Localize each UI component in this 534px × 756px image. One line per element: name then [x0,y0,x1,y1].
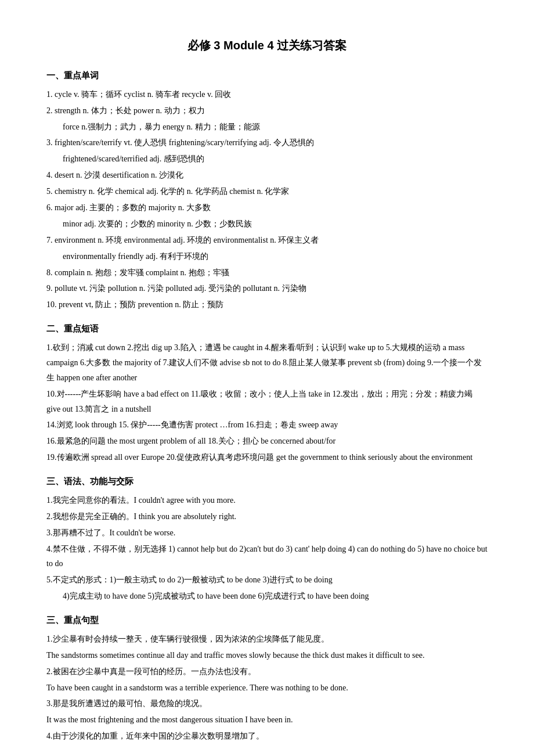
section-1-heading: 一、重点单词 [46,67,488,84]
section-3-lines: 1.我完全同意你的看法。I couldn't agree with you mo… [46,493,488,628]
content-block: 一、重点单词 1. cycle v. 骑车；循环 cyclist n. 骑车者 … [46,67,488,744]
line-4-7: 4.由于沙漠化的加重，近年来中国的沙尘暴次数明显增加了。 [46,729,488,744]
line-1-11: environmentally friendly adj. 有利于环境的 [46,249,488,264]
section-2: 二、重点短语 1.砍到；消减 cut down 2.挖出 dig up 3.陷入… [46,321,488,465]
line-2-1: 1.砍到；消减 cut down 2.挖出 dig up 3.陷入；遭遇 be … [46,340,488,386]
line-1-4: 3. frighten/scare/terrify vt. 使人恐惧 frigh… [46,135,488,150]
line-4-6: It was the most frightening and the most… [46,712,488,728]
section-1-lines: 1. cycle v. 骑车；循环 cyclist n. 骑车者 recycle… [46,87,488,312]
section-2-heading: 二、重点短语 [46,321,488,337]
line-3-5: 5.不定式的形式：1)一般主动式 to do 2)一般被动式 to be don… [46,573,488,588]
line-4-4: To have been caught in a sandstorm was a… [46,681,488,696]
line-2-2: 10.对------产生坏影响 have a bad effect on 11.… [46,387,488,417]
line-2-5: 19.传遍欧洲 spread all over Europe 20.促使政府认真… [46,450,488,465]
line-1-3: force n.强制力；武力，暴力 energy n. 精力；能量；能源 [46,120,488,135]
line-1-13: 9. pollute vt. 污染 pollution n. 污染 pollut… [46,281,488,296]
line-4-5: 3.那是我所遭遇过的最可怕、最危险的境况。 [46,696,488,711]
line-1-8: 6. major adj. 主要的；多数的 majority n. 大多数 [46,200,488,215]
line-2-3: 14.浏览 look through 15. 保护-----免遭伤害 prote… [46,417,488,433]
line-1-2: 2. strength n. 体力；长处 power n. 动力；权力 [46,103,488,118]
section-2-lines: 1.砍到；消减 cut down 2.挖出 dig up 3.陷入；遭遇 be … [46,340,488,465]
section-4: 1.沙尘暴有时会持续一整天，使车辆行驶很慢，因为浓浓的尘埃降低了能见度。 The… [46,632,488,744]
line-1-9: minor adj. 次要的；少数的 minority n. 少数；少数民族 [46,217,488,232]
line-1-6: 4. desert n. 沙漠 desertification n. 沙漠化 [46,168,488,183]
line-4-3: 2.被困在沙尘暴中真是一段可怕的经历。一点办法也没有。 [46,664,488,679]
line-1-5: frightened/scared/terrified adj. 感到恐惧的 [46,152,488,167]
line-3-2: 2.我想你是完全正确的。I think you are absolutely r… [46,509,488,524]
page-container: 必修 3 Module 4 过关练习答案 一、重点单词 1. cycle v. … [46,35,488,744]
section-4-lines: 1.沙尘暴有时会持续一整天，使车辆行驶很慢，因为浓浓的尘埃降低了能见度。 The… [46,632,488,744]
section-3-heading: 三、语法、功能与交际 [46,473,488,489]
section-1: 一、重点单词 1. cycle v. 骑车；循环 cyclist n. 骑车者 … [46,67,488,312]
section-3: 三、语法、功能与交际 1.我完全同意你的看法。I couldn't agree … [46,473,488,628]
sub-section-heading: 三、重点句型 [46,612,488,628]
line-3-6: 4)完成主动 to have done 5)完成被动式 to have been… [46,589,488,604]
line-3-4: 4.禁不住做，不得不做，别无选择 1) cannot help but do 2… [46,542,488,572]
line-1-10: 7. environment n. 环境 environmental adj. … [46,233,488,248]
line-3-1: 1.我完全同意你的看法。I couldn't agree with you mo… [46,493,488,508]
line-1-7: 5. chemistry n. 化学 chemical adj. 化学的 n. … [46,184,488,199]
line-1-12: 8. complain n. 抱怨；发牢骚 complaint n. 抱怨；牢骚 [46,265,488,280]
line-1-14: 10. prevent vt, 防止；预防 prevention n. 防止；预… [46,297,488,312]
line-4-2: The sandstorms sometimes continue all da… [46,648,488,663]
line-4-1: 1.沙尘暴有时会持续一整天，使车辆行驶很慢，因为浓浓的尘埃降低了能见度。 [46,632,488,647]
line-3-3: 3.那再糟不过了。It couldn't be worse. [46,525,488,541]
line-1-1: 1. cycle v. 骑车；循环 cyclist n. 骑车者 recycle… [46,87,488,102]
page-title: 必修 3 Module 4 过关练习答案 [46,35,488,56]
line-2-4: 16.最紧急的问题 the most urgent problem of all… [46,434,488,449]
